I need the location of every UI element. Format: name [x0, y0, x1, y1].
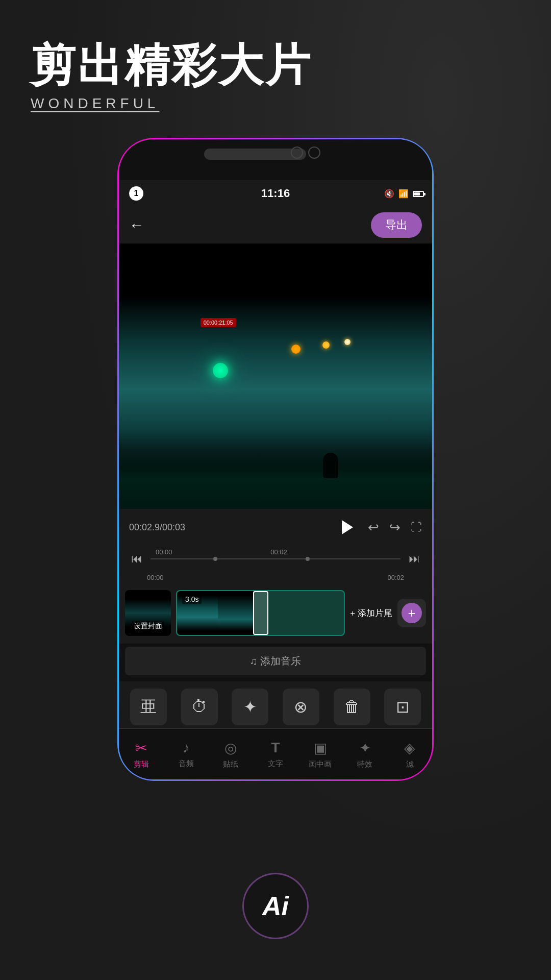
split-icon: 亜	[130, 689, 167, 725]
timeline-marker-2: 00:02	[270, 548, 287, 556]
playback-controls: 00:02.9/00:03 ↩ ↪ ⛶	[119, 509, 432, 546]
timeline-dot-1	[213, 557, 217, 561]
cover-label: 设置封面	[132, 621, 164, 632]
text-nav-label: 文字	[268, 759, 283, 769]
timeline-bar: ⏮ 00:00 00:02 ⏭	[119, 546, 432, 572]
hero-section: 剪出精彩大片 WONDERFUL	[31, 41, 312, 112]
export-button[interactable]: 导出	[371, 212, 422, 238]
ai-badge[interactable]: Ai	[242, 873, 309, 939]
pip-icon: ▣	[314, 740, 327, 756]
battery-icon	[413, 189, 424, 198]
phone-frame: 1 11:16 🔇 📶 ← 导出	[117, 138, 434, 781]
add-music-strip[interactable]: ♫ 添加音乐	[125, 647, 426, 675]
status-notification-badge: 1	[129, 186, 143, 201]
add-media-button[interactable]: +	[397, 599, 426, 627]
video-silhouette	[323, 453, 338, 478]
video-ground	[119, 448, 432, 509]
back-button[interactable]: ←	[129, 216, 144, 234]
street-light-orange-1	[291, 345, 300, 354]
timeline-skip-end[interactable]: ⏭	[405, 550, 424, 568]
volume-mute-icon: 🔇	[384, 189, 394, 199]
bottom-nav: ✂ 剪辑 ♪ 音频 ◎ 贴纸 T 文字 ▣ 画中画	[119, 728, 432, 779]
nav-item-filters[interactable]: ◈ 滤	[387, 740, 432, 769]
cover-thumbnail[interactable]: 设置封面	[125, 590, 171, 636]
add-clip-button[interactable]: + 添加片尾	[350, 607, 392, 619]
street-light-orange-3	[344, 339, 350, 345]
phone-status-area	[119, 139, 432, 180]
camera-dot-2	[308, 146, 320, 159]
controls-row: ↩ ↪ ⛶	[335, 516, 422, 538]
speed-icon: ⏱	[181, 689, 218, 725]
play-button[interactable]	[335, 516, 358, 538]
app-top-bar: ← 导出	[119, 207, 432, 243]
filter-icon: ⊗	[283, 689, 319, 725]
timeline-time-0: 00:00	[147, 574, 164, 581]
undo-button[interactable]: ↩	[368, 520, 379, 535]
timeline-dot-2	[306, 557, 310, 561]
plus-icon: +	[402, 603, 422, 623]
video-scene: 00:00:21:05	[119, 243, 432, 509]
nav-item-pip[interactable]: ▣ 画中画	[298, 740, 343, 769]
video-timestamp: 00:00:21:05	[201, 318, 236, 327]
wifi-icon: 📶	[398, 189, 409, 199]
phone-inner: 1 11:16 🔇 📶 ← 导出	[119, 139, 432, 779]
edit-nav-label: 剪辑	[134, 760, 149, 769]
filters-nav-icon: ◈	[404, 740, 415, 756]
play-icon	[342, 520, 353, 534]
timeline-marker-1: 00:00	[156, 548, 172, 556]
video-preview: 00:00:21:05	[119, 243, 432, 509]
add-music-label: ♫ 添加音乐	[250, 654, 302, 668]
ai-label: Ai	[262, 891, 289, 921]
filters-nav-label: 滤	[406, 760, 414, 769]
nav-item-edit[interactable]: ✂ 剪辑	[119, 740, 164, 769]
playback-time: 00:02.9/00:03	[129, 522, 335, 533]
audio-nav-label: 音频	[179, 759, 194, 769]
delete-icon: 🗑	[334, 689, 370, 725]
redo-button[interactable]: ↪	[389, 520, 400, 535]
camera-dot-1	[291, 146, 303, 159]
animation-icon: ✦	[232, 689, 268, 725]
nav-item-sticker[interactable]: ◎ 贴纸	[208, 740, 253, 769]
timeline-labels: 00:00 00:02	[119, 572, 432, 582]
sticker-icon: ◎	[224, 740, 237, 756]
text-icon: T	[271, 740, 280, 756]
pip-nav-label: 画中画	[309, 760, 332, 769]
effects-icon: ✦	[359, 740, 371, 756]
clip-duration: 3.0s	[182, 594, 202, 604]
timeline-track[interactable]: 00:00 00:02	[151, 558, 400, 559]
scissors-icon: ✂	[135, 740, 147, 756]
ai-badge-area: Ai	[242, 873, 309, 939]
timeline-time-2: 00:02	[387, 574, 404, 581]
audio-icon: ♪	[183, 740, 190, 756]
hero-title: 剪出精彩大片	[31, 41, 312, 90]
phone-cameras	[291, 146, 320, 159]
clip-area: 设置封面 3.0s + 添加片尾 +	[119, 582, 432, 644]
sticker-nav-label: 贴纸	[223, 760, 238, 769]
nav-item-audio[interactable]: ♪ 音频	[164, 740, 209, 769]
single-frame-icon: ⊡	[384, 689, 421, 725]
effects-nav-label: 特效	[357, 760, 372, 769]
clip-frame-2	[218, 591, 254, 635]
street-light-green	[213, 363, 228, 378]
status-time: 11:16	[261, 187, 290, 200]
clip-cursor-handle[interactable]	[253, 591, 268, 635]
phone-mockup: 1 11:16 🔇 📶 ← 导出	[117, 138, 434, 781]
hero-subtitle: WONDERFUL	[31, 95, 312, 112]
nav-item-text[interactable]: T 文字	[253, 740, 298, 769]
app-status-bar: 1 11:16 🔇 📶	[119, 180, 432, 207]
fullscreen-button[interactable]: ⛶	[411, 521, 422, 534]
street-light-orange-2	[322, 341, 330, 349]
status-icons: 🔇 📶	[384, 189, 424, 199]
nav-item-effects[interactable]: ✦ 特效	[343, 740, 388, 769]
timeline-skip-start[interactable]: ⏮	[127, 550, 146, 568]
clip-strip[interactable]: 3.0s	[176, 590, 345, 636]
